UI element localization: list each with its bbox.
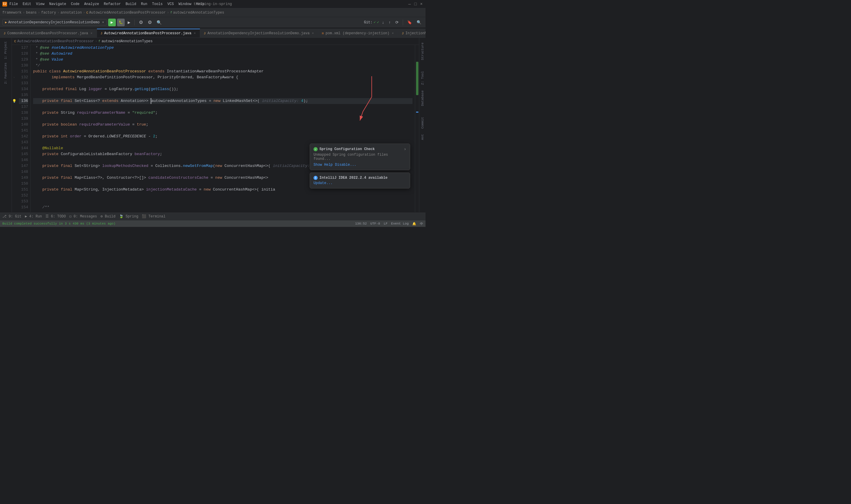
nav-annotation[interactable]: annotation: [60, 11, 82, 15]
git-update-button[interactable]: ↓: [380, 19, 386, 25]
breadcrumb-class[interactable]: AutowiredAnnotationBeanPostProcessor: [17, 39, 94, 43]
ln-149[interactable]: 149: [19, 175, 28, 181]
ln-137[interactable]: 137: [19, 104, 28, 110]
encoding-indicator[interactable]: UTF-8: [370, 222, 380, 226]
sidebar-favorites-icon[interactable]: 2: Favorites: [3, 61, 8, 85]
ln-141[interactable]: 141: [19, 128, 28, 133]
ln-140[interactable]: 140: [19, 122, 28, 128]
menu-refactor[interactable]: Refactor: [104, 2, 121, 6]
gutter-bulb-136[interactable]: 💡: [12, 98, 17, 104]
show-help-link[interactable]: Show Help: [313, 163, 333, 167]
memory-indicator[interactable]: 中: [420, 221, 423, 226]
sidebar-commit[interactable]: Commit: [420, 115, 425, 131]
notifications-indicator[interactable]: 🔔: [412, 222, 416, 226]
ln-154[interactable]: 154: [19, 204, 28, 210]
tab-close-icon[interactable]: ×: [90, 31, 93, 35]
ln-153[interactable]: 153: [19, 199, 28, 204]
ln-134[interactable]: 134: [19, 86, 28, 92]
sidebar-tool[interactable]: Z: Tool: [420, 69, 425, 87]
ln-150[interactable]: 150: [19, 181, 28, 187]
nav-field[interactable]: autowiredAnnotationTypes: [173, 11, 224, 15]
menu-build[interactable]: Build: [126, 2, 136, 6]
tab-close-icon-4[interactable]: ×: [391, 31, 395, 35]
ln-133[interactable]: 133: [19, 80, 28, 86]
nav-factory[interactable]: factory: [41, 11, 56, 15]
debug-button[interactable]: 🐛: [117, 19, 125, 26]
sidebar-structure[interactable]: Structure: [420, 40, 425, 62]
tab-common[interactable]: J CommonAnnotationBeanPostProcessor.java…: [0, 29, 97, 37]
bottom-git[interactable]: ⎇ 9: Git: [2, 214, 21, 219]
ln-135[interactable]: 135: [19, 92, 28, 98]
menu-edit[interactable]: Edit: [23, 2, 31, 6]
tab-annotation-demo[interactable]: J AnnotationDependencyInjectionResolutio…: [200, 29, 318, 37]
ln-147[interactable]: 147: [19, 163, 28, 169]
close-button[interactable]: ×: [420, 2, 423, 6]
event-log[interactable]: Event Log: [391, 222, 409, 226]
ln-132[interactable]: 132: [19, 74, 28, 80]
gutter-fold-130[interactable]: ◦: [12, 74, 17, 80]
coverage-button[interactable]: ▶: [126, 19, 132, 25]
find-button[interactable]: 🔍: [415, 19, 423, 25]
run-button[interactable]: ▶: [108, 19, 116, 26]
window-controls[interactable]: — □ ×: [408, 2, 423, 6]
sidebar-project-icon[interactable]: 1: Project: [3, 40, 8, 60]
ln-151[interactable]: 151: [19, 187, 28, 193]
ln-145[interactable]: 145: [19, 151, 28, 157]
ln-130[interactable]: 130: [19, 62, 28, 69]
tab-autowired[interactable]: J AutowiredAnnotationBeanPostProcessor.j…: [97, 29, 200, 37]
bottom-todo[interactable]: ☰ 6: TODO: [46, 214, 66, 219]
sidebar-database[interactable]: Database: [420, 88, 425, 108]
bookmarks-button[interactable]: 🔖: [405, 19, 414, 25]
bottom-spring[interactable]: 🍃 Spring: [119, 214, 138, 219]
menu-analyze[interactable]: Analyze: [84, 2, 99, 6]
maximize-button[interactable]: □: [414, 2, 417, 6]
ln-128[interactable]: 128: [19, 51, 28, 57]
menu-vcs[interactable]: VCS: [167, 2, 174, 6]
menu-view[interactable]: View: [36, 2, 44, 6]
run-config-dropdown[interactable]: ▾: [102, 20, 104, 24]
ln-152[interactable]: 152: [19, 193, 28, 199]
bottom-messages[interactable]: ◻ 0: Messages: [69, 214, 97, 219]
disable-link[interactable]: Disable...: [335, 163, 356, 167]
nav-class[interactable]: AutowiredAnnotationBeanPostProcessor: [89, 11, 166, 15]
update-link[interactable]: Update...: [313, 181, 333, 185]
search-button[interactable]: 🔍: [155, 19, 163, 26]
tab-injection-metadata[interactable]: J InjectionMetadata.java ×: [398, 29, 426, 37]
menu-run[interactable]: Run: [141, 2, 147, 6]
menu-navigate[interactable]: Navigate: [49, 2, 66, 6]
ln-143[interactable]: 143: [19, 140, 28, 145]
nav-beans[interactable]: beans: [26, 11, 37, 15]
menu-file[interactable]: File: [10, 2, 18, 6]
breadcrumb-field[interactable]: autowiredAnnotationTypes: [102, 39, 153, 43]
cursor-position[interactable]: 136:52: [355, 222, 367, 226]
sidebar-ant[interactable]: Ant: [420, 132, 425, 142]
tab-close-icon-2[interactable]: ×: [193, 31, 197, 35]
run-config-box[interactable]: ▶ AnnotationDependencyInjectionResolutio…: [2, 19, 107, 25]
build-button[interactable]: ⚙: [137, 19, 145, 26]
git-history-button[interactable]: ⟳: [394, 19, 400, 25]
menu-bar[interactable]: File Edit View Navigate Code Analyze Ref…: [10, 2, 204, 6]
minimize-button[interactable]: —: [408, 2, 411, 6]
ln-136[interactable]: 136: [19, 98, 28, 104]
menu-tools[interactable]: Tools: [152, 2, 163, 6]
menu-window[interactable]: Window: [179, 2, 191, 6]
ln-138[interactable]: 138: [19, 110, 28, 116]
line-ending-indicator[interactable]: LF: [383, 222, 387, 226]
ln-142[interactable]: 142: [19, 133, 28, 140]
notif-expand-icon[interactable]: ›: [404, 147, 406, 151]
ln-131[interactable]: 131: [19, 69, 28, 74]
tab-pom[interactable]: m pom.xml (dependency-injection) ×: [318, 29, 398, 37]
menu-code[interactable]: Code: [71, 2, 79, 6]
ln-127[interactable]: 127: [19, 45, 28, 51]
nav-framework[interactable]: framework: [2, 11, 22, 15]
ln-148[interactable]: 148: [19, 169, 28, 175]
ln-139[interactable]: 139: [19, 116, 28, 122]
git-push-button[interactable]: ↑: [387, 19, 393, 25]
ln-144[interactable]: 144: [19, 145, 28, 151]
settings-button[interactable]: ⚙: [146, 19, 153, 26]
ln-146[interactable]: 146: [19, 157, 28, 163]
tab-close-icon-3[interactable]: ×: [311, 31, 315, 35]
bottom-run[interactable]: ▶ 4: Run: [25, 214, 42, 219]
scroll-track[interactable]: [415, 45, 419, 212]
bottom-terminal[interactable]: ⬛ Terminal: [142, 214, 165, 219]
